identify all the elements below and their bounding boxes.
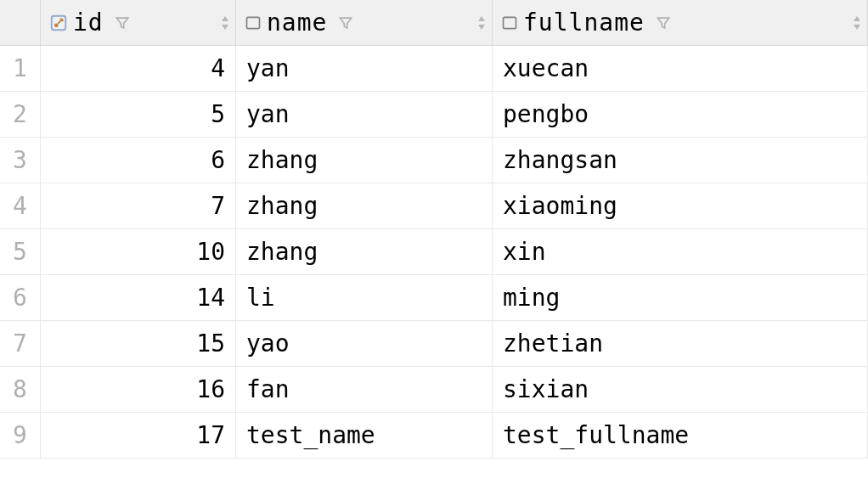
cell-name[interactable]: li bbox=[236, 275, 493, 321]
cell-id[interactable]: 16 bbox=[41, 367, 236, 413]
filter-icon[interactable] bbox=[655, 14, 672, 31]
sort-icon[interactable] bbox=[852, 15, 862, 31]
svg-rect-3 bbox=[504, 17, 516, 28]
cell-id[interactable]: 14 bbox=[41, 275, 236, 321]
cell-name[interactable]: test_name bbox=[236, 413, 493, 459]
cell-id[interactable]: 4 bbox=[41, 46, 236, 92]
data-grid: id name bbox=[0, 0, 868, 459]
cell-fullname[interactable]: xuecan bbox=[493, 46, 868, 92]
cell-fullname[interactable]: zhangsan bbox=[493, 138, 868, 183]
key-column-icon bbox=[49, 14, 68, 32]
column-header-id[interactable]: id bbox=[41, 0, 236, 46]
row-number[interactable]: 2 bbox=[0, 92, 41, 138]
cell-id[interactable]: 7 bbox=[41, 183, 236, 229]
filter-icon[interactable] bbox=[337, 14, 354, 31]
cell-name[interactable]: yan bbox=[236, 46, 493, 92]
cell-name[interactable]: zhang bbox=[236, 183, 493, 229]
cell-fullname[interactable]: pengbo bbox=[493, 92, 868, 138]
row-number[interactable]: 1 bbox=[0, 46, 41, 92]
cell-name[interactable]: yan bbox=[236, 92, 493, 138]
column-label: name bbox=[267, 8, 327, 37]
cell-fullname[interactable]: ming bbox=[493, 275, 868, 321]
column-label: fullname bbox=[523, 8, 645, 37]
cell-fullname[interactable]: zhetian bbox=[493, 321, 868, 367]
cell-fullname[interactable]: sixian bbox=[493, 367, 868, 413]
svg-rect-2 bbox=[247, 17, 260, 28]
row-number[interactable]: 5 bbox=[0, 229, 41, 275]
row-number[interactable]: 7 bbox=[0, 321, 41, 367]
header-corner bbox=[0, 0, 41, 46]
row-number[interactable]: 9 bbox=[0, 413, 41, 459]
row-number[interactable]: 6 bbox=[0, 275, 41, 321]
filter-icon[interactable] bbox=[114, 14, 131, 31]
row-number[interactable]: 3 bbox=[0, 138, 41, 183]
sort-icon[interactable] bbox=[220, 15, 230, 31]
column-label: id bbox=[73, 8, 104, 37]
cell-name[interactable]: yao bbox=[236, 321, 493, 367]
column-header-name[interactable]: name bbox=[236, 0, 493, 46]
text-column-icon bbox=[245, 14, 262, 31]
cell-fullname[interactable]: test_fullname bbox=[493, 413, 868, 459]
cell-name[interactable]: zhang bbox=[236, 229, 493, 275]
text-column-icon bbox=[501, 14, 518, 31]
cell-name[interactable]: zhang bbox=[236, 138, 493, 183]
sort-icon[interactable] bbox=[476, 15, 487, 31]
cell-id[interactable]: 15 bbox=[41, 321, 236, 367]
svg-point-1 bbox=[54, 23, 59, 27]
column-header-fullname[interactable]: fullname bbox=[493, 0, 868, 46]
cell-id[interactable]: 17 bbox=[41, 413, 236, 459]
cell-id[interactable]: 5 bbox=[41, 92, 236, 138]
cell-id[interactable]: 10 bbox=[41, 229, 236, 275]
row-number[interactable]: 4 bbox=[0, 183, 41, 229]
cell-name[interactable]: fan bbox=[236, 367, 493, 413]
cell-fullname[interactable]: xiaoming bbox=[493, 183, 868, 229]
cell-id[interactable]: 6 bbox=[41, 138, 236, 183]
row-number[interactable]: 8 bbox=[0, 367, 41, 413]
cell-fullname[interactable]: xin bbox=[493, 229, 868, 275]
